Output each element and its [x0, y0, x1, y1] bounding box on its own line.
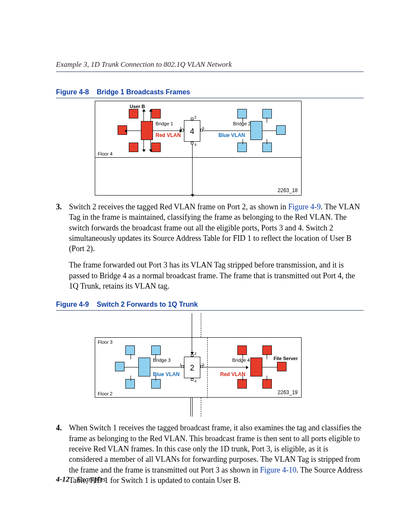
blue-node — [125, 379, 135, 389]
file-server-label: File Server — [274, 356, 298, 361]
blue-node — [151, 379, 161, 389]
red-node — [237, 345, 247, 355]
file-server — [277, 362, 286, 371]
figure-4-9-number: Figure 4-9 — [56, 301, 89, 308]
bridge-2 — [250, 121, 262, 140]
floor-2-label: Floor 2 — [98, 391, 112, 396]
figure-4-8: Floor 4 User B Bridge 1 Red VLAN 4 — [95, 101, 336, 196]
figure-4-10-link[interactable]: Figure 4-10 — [260, 466, 296, 474]
step-4-number: 4. — [56, 423, 62, 433]
page-number: 4-12 — [56, 475, 69, 483]
figure-4-8-id: 2263_18 — [277, 187, 298, 193]
bridge-4-label: Bridge 4 — [232, 358, 250, 363]
step-3: 3. Switch 2 receives the tagged Red VLAN… — [56, 202, 364, 291]
red-node — [151, 109, 161, 118]
step-list: 3. Switch 2 receives the tagged Red VLAN… — [56, 202, 364, 291]
bridge-2-label: Bridge 2 — [233, 121, 251, 126]
figure-4-9: Floor 3 Floor 2 Bridge 3 Blue VLAN 2 — [95, 313, 336, 417]
figure-4-8-caption: Figure 4-8Bridge 1 Broadcasts Frames — [56, 88, 364, 98]
red-vlan-label: Red VLAN — [220, 371, 246, 377]
page-footer: 4-12Examples — [56, 475, 106, 484]
switch-2: 2 — [184, 357, 200, 378]
blue-node — [237, 143, 247, 152]
red-node — [237, 379, 247, 389]
user-b-label: User B — [130, 104, 145, 109]
figure-4-9-diagram: Floor 3 Floor 2 Bridge 3 Blue VLAN 2 — [95, 313, 302, 417]
blue-node — [262, 143, 272, 152]
red-node — [262, 379, 272, 389]
red-node — [129, 109, 138, 118]
figure-4-9-link[interactable]: Figure 4-9 — [288, 202, 321, 211]
blue-node — [151, 345, 161, 355]
running-header: Example 3, 1D Trunk Connection to 802.1Q… — [56, 60, 364, 72]
figure-4-8-diagram: Floor 4 User B Bridge 1 Red VLAN 4 — [95, 101, 302, 196]
blue-vlan-label: Blue VLAN — [218, 132, 245, 138]
page: Example 3, 1D Trunk Connection to 802.1Q… — [0, 0, 411, 532]
red-node — [151, 143, 161, 152]
figure-4-9-title: Switch 2 Forwards to 1Q Trunk — [97, 301, 198, 308]
figure-4-9-caption: Figure 4-9Switch 2 Forwards to 1Q Trunk — [56, 301, 364, 311]
bridge-1 — [141, 121, 153, 140]
blue-node — [115, 362, 125, 371]
blue-node — [125, 345, 135, 355]
switch-4: 4 — [184, 120, 200, 142]
bridge-1-label: Bridge 1 — [156, 121, 173, 126]
blue-node — [237, 109, 247, 118]
bridge-4 — [250, 358, 262, 376]
figure-4-8-number: Figure 4-8 — [56, 88, 89, 96]
floor-3-label: Floor 3 — [98, 339, 112, 345]
red-node — [262, 345, 272, 355]
red-vlan-label: Red VLAN — [156, 132, 181, 138]
blue-node — [262, 109, 272, 118]
section-name: Examples — [77, 475, 106, 483]
blue-vlan-label: Blue VLAN — [153, 371, 180, 377]
red-node — [129, 143, 138, 152]
figure-4-9-id: 2263_19 — [277, 389, 298, 395]
bridge-3 — [138, 358, 150, 376]
floor-4-label: Floor 4 — [98, 151, 112, 156]
blue-node — [276, 125, 286, 135]
step-3-number: 3. — [56, 202, 62, 212]
figure-4-8-title: Bridge 1 Broadcasts Frames — [97, 88, 190, 96]
